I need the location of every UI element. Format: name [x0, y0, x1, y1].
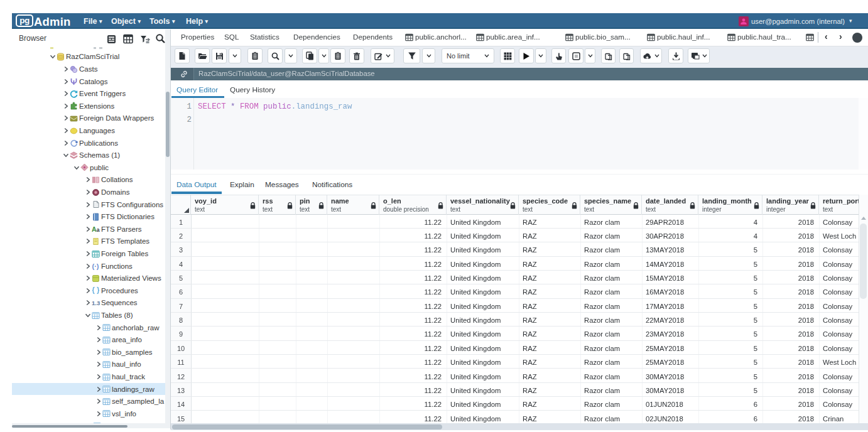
svg-text:a: a [97, 227, 100, 233]
svg-text:(·): (·) [92, 262, 99, 270]
svg-text:1.3: 1.3 [92, 300, 100, 306]
